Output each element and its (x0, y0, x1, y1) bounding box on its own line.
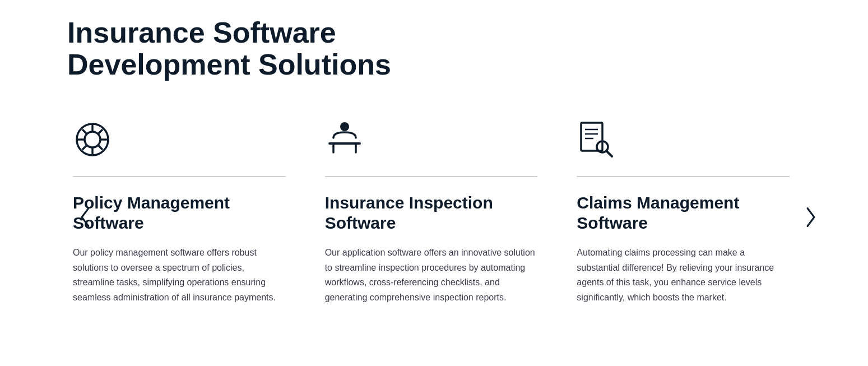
card-title-claims: Claims Management Software (577, 193, 790, 233)
icon-area-inspection (325, 114, 538, 165)
card-desc-inspection: Our application software offers an innov… (325, 245, 538, 305)
next-arrow[interactable] (804, 206, 818, 233)
page-container: Insurance Software Development Solutions (0, 0, 868, 366)
card-title-inspection: Insurance Inspection Software (325, 193, 538, 233)
divider-1 (73, 176, 286, 177)
icon-area-policy (73, 114, 286, 165)
icon-area-claims (577, 114, 790, 165)
svg-point-6 (340, 122, 349, 131)
card-desc-policy: Our policy management software offers ro… (73, 245, 286, 305)
doc-search-icon (577, 120, 616, 159)
card-insurance-inspection: Insurance Inspection Software Our applic… (319, 114, 572, 305)
svg-rect-10 (581, 123, 602, 151)
svg-line-15 (606, 151, 612, 156)
svg-point-1 (85, 132, 100, 147)
card-claims-management: Claims Management Software Automating cl… (571, 114, 823, 305)
divider-3 (577, 176, 790, 177)
main-title: Insurance Software Development Solutions (67, 17, 415, 81)
divider-2 (325, 176, 538, 177)
card-desc-claims: Automating claims processing can make a … (577, 245, 790, 305)
person-table-icon (325, 120, 364, 159)
prev-arrow[interactable] (78, 206, 92, 233)
shield-circle-icon (73, 120, 112, 159)
card-title-policy: Policy Management Software (73, 193, 286, 233)
card-policy-management: Policy Management Software Our policy ma… (67, 114, 319, 305)
cards-container: Policy Management Software Our policy ma… (67, 114, 823, 305)
